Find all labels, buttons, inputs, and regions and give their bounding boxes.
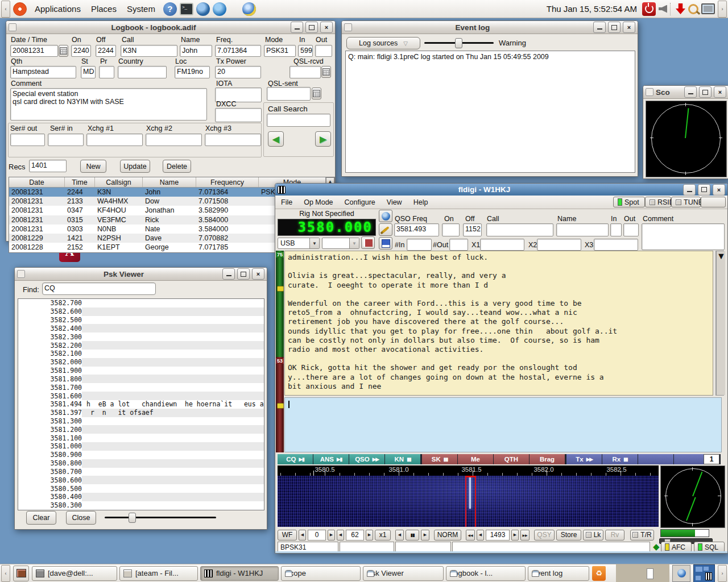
norm-button[interactable]: NORM bbox=[434, 530, 461, 541]
panel-menu-places[interactable]: Places bbox=[86, 3, 122, 15]
x3-field[interactable] bbox=[594, 239, 638, 251]
window-menu-icon[interactable] bbox=[344, 23, 352, 31]
trash-icon[interactable]: ♻ bbox=[592, 566, 606, 581]
st-field[interactable]: MD bbox=[81, 66, 96, 78]
taskbar-window--ateam-fil-[interactable]: [ateam - Fil... bbox=[119, 566, 198, 581]
menu-view[interactable]: View bbox=[381, 197, 408, 208]
panel-collapse-left-button[interactable]: ‹ bbox=[1, 1, 10, 18]
call-search-field[interactable] bbox=[267, 114, 330, 127]
logbook-titlebar[interactable]: Logbook - logbook.adif × bbox=[6, 21, 335, 34]
xchg1-field[interactable] bbox=[86, 134, 143, 146]
psk-channel-row[interactable]: 3581.800 bbox=[18, 375, 264, 383]
taskbar-window-event-log[interactable]: Event log bbox=[528, 566, 589, 581]
update-notifier-icon[interactable] bbox=[676, 3, 685, 14]
maximize-button[interactable] bbox=[698, 184, 710, 196]
qso-call-field[interactable] bbox=[486, 223, 553, 236]
forward-icon[interactable]: ▶▶ bbox=[520, 530, 530, 541]
carrier-marker[interactable] bbox=[465, 476, 476, 527]
taskbar-collapse-right-button[interactable]: › bbox=[718, 565, 727, 582]
qso-comment-field[interactable] bbox=[642, 223, 725, 250]
column-header-frequency[interactable]: Frequency bbox=[196, 177, 259, 187]
qso-name-field[interactable] bbox=[556, 223, 609, 236]
maximize-button[interactable] bbox=[608, 22, 621, 33]
help-icon[interactable]: ? bbox=[163, 2, 177, 16]
reverse-button[interactable]: Rv bbox=[605, 530, 624, 541]
qso-on-field[interactable] bbox=[442, 223, 460, 236]
meter-handle-icon[interactable] bbox=[277, 403, 284, 409]
clear-button[interactable]: Clear bbox=[26, 511, 56, 525]
qso-freq-field[interactable]: 3581.493 bbox=[394, 223, 439, 236]
x2-field[interactable] bbox=[537, 239, 581, 251]
next-record-icon[interactable]: ▶ bbox=[315, 131, 331, 147]
zoom-button[interactable]: x1 bbox=[375, 530, 391, 541]
menu-op-mode[interactable]: Op Mode bbox=[298, 197, 338, 208]
column-header-name[interactable]: Name bbox=[143, 177, 196, 187]
qsy-button[interactable]: QSY bbox=[534, 530, 555, 541]
spot-toggle[interactable]: Spot bbox=[613, 197, 645, 207]
taskbar-window--dave-dell-[interactable]: [dave@dell:... bbox=[32, 566, 117, 581]
panel-collapse-right-button[interactable]: › bbox=[718, 1, 727, 18]
decrease-icon[interactable]: ◀ bbox=[477, 530, 484, 541]
waterfall-display[interactable] bbox=[278, 476, 659, 527]
psk-channel-row[interactable]: 3582.200 bbox=[18, 341, 264, 350]
macro-button-brag[interactable]: Brag bbox=[530, 454, 565, 464]
minimize-button[interactable] bbox=[683, 184, 696, 196]
name-field[interactable]: John bbox=[180, 45, 212, 57]
decrease-icon[interactable]: ◀ bbox=[337, 530, 344, 541]
panel-clock[interactable]: Thu Jan 15, 5:52:54 AM bbox=[547, 4, 637, 14]
qrz-globe-button[interactable] bbox=[379, 210, 392, 222]
rewind-icon[interactable]: ◀◀ bbox=[466, 530, 475, 541]
macro-button-cq[interactable]: CQ▶▮ bbox=[278, 454, 313, 464]
column-header-time[interactable]: Time bbox=[65, 177, 95, 187]
recs-field[interactable]: 1401 bbox=[29, 160, 67, 172]
log-sources-dropdown[interactable]: Log sources ▽ bbox=[346, 37, 420, 49]
find-input[interactable]: CQ bbox=[42, 282, 156, 295]
menu-help[interactable]: Help bbox=[408, 197, 434, 208]
slider-handle[interactable] bbox=[129, 513, 136, 523]
psk-channel-row[interactable]: 3580.300 bbox=[18, 501, 264, 510]
menu-file[interactable]: File bbox=[275, 197, 298, 208]
close-button[interactable]: × bbox=[252, 268, 264, 280]
close-button[interactable]: × bbox=[623, 22, 635, 33]
logbook-icon-button[interactable] bbox=[361, 236, 375, 249]
qsl-rcvd-field[interactable] bbox=[289, 66, 321, 78]
rst-in-field[interactable]: 599 bbox=[298, 45, 313, 57]
rst-out-field[interactable] bbox=[315, 45, 332, 57]
ubuntu-logo-icon[interactable] bbox=[13, 2, 27, 16]
fldigi-titlebar[interactable]: fldigi - W1HKJ × bbox=[275, 184, 727, 196]
taskbar-window-psk-viewer[interactable]: Psk Viewer bbox=[363, 566, 444, 581]
mode-field[interactable]: PSK31 bbox=[264, 45, 296, 57]
loc-field[interactable]: FM19no bbox=[175, 66, 210, 78]
log-level-slider[interactable] bbox=[424, 38, 494, 48]
qso-out-field[interactable] bbox=[623, 223, 639, 236]
signal-meter-strip[interactable]: 75 53 bbox=[276, 251, 284, 452]
calendar-icon[interactable] bbox=[59, 45, 68, 57]
gain-value[interactable]: 62 bbox=[346, 530, 364, 541]
window-menu-icon[interactable] bbox=[17, 270, 25, 278]
macro-button-tx[interactable]: Tx▶▶ bbox=[566, 454, 602, 464]
scroll-down-icon[interactable]: ▼ bbox=[716, 251, 725, 395]
off-field[interactable]: 2244 bbox=[96, 45, 116, 57]
shift-left-icon[interactable]: ◀ bbox=[395, 530, 404, 541]
pager-globe-button[interactable] bbox=[672, 565, 690, 582]
close-button[interactable]: × bbox=[714, 86, 726, 98]
maximize-button[interactable] bbox=[305, 22, 318, 33]
qth-field[interactable]: Hampstead bbox=[10, 66, 76, 78]
tx-power-field[interactable]: 20 bbox=[215, 66, 261, 78]
psk-viewer-titlebar[interactable]: Psk Viewer × bbox=[15, 268, 267, 281]
shift-right-icon[interactable]: ▶ bbox=[421, 530, 429, 541]
taskbar-window-logbook-l-[interactable]: Logbook - l... bbox=[446, 566, 526, 581]
psk-channel-row[interactable]: 3581.600 bbox=[18, 392, 264, 400]
tr-toggle[interactable]: T/R bbox=[630, 530, 654, 541]
psk-channel-row[interactable]: 3582.600 bbox=[18, 307, 264, 316]
close-viewer-button[interactable]: Close bbox=[66, 511, 96, 525]
ser-in-field[interactable] bbox=[48, 134, 84, 146]
display-icon[interactable] bbox=[701, 3, 715, 14]
pr-field[interactable] bbox=[99, 66, 114, 78]
macro-button-blank-10[interactable] bbox=[638, 454, 673, 464]
qsl-sent-field[interactable] bbox=[267, 87, 311, 101]
psk-channel-row[interactable]: 3582.700 bbox=[18, 299, 264, 307]
transmit-text-pane[interactable] bbox=[284, 397, 722, 452]
psk-channel-row[interactable]: 3582.300 bbox=[18, 332, 264, 341]
squelch-value[interactable]: 0 bbox=[308, 530, 326, 541]
